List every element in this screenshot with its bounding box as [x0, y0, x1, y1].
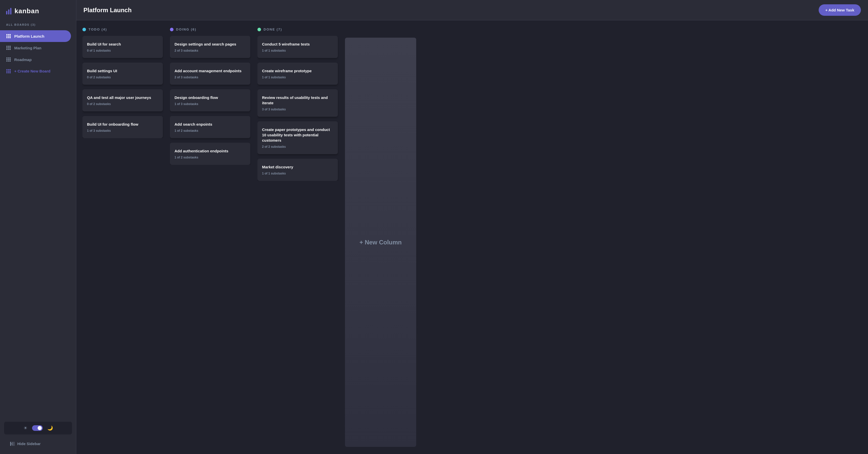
column-dot [257, 28, 261, 31]
boards-list: Platform Launch Marketing Plan Roadmap [0, 30, 76, 65]
card-title: Build UI for onboarding flow [87, 122, 158, 127]
card-subtasks: 1 of 3 substasks [175, 102, 246, 106]
card-title: Create paper prototypes and conduct 10 u… [262, 127, 333, 143]
add-new-task-button[interactable]: + Add New Task [819, 4, 861, 16]
logo-bar-1 [6, 11, 7, 14]
card-subtasks: 1 of 2 substasks [175, 156, 246, 159]
column-dot [170, 28, 174, 31]
sidebar-item-label: Marketing Plan [14, 46, 41, 50]
logo-icon [6, 8, 11, 14]
task-card[interactable]: Design settings and search pages 2 of 3 … [170, 36, 250, 58]
sun-icon: ☀ [23, 425, 28, 431]
column-doing: DOING (6) Design settings and search pag… [170, 28, 251, 447]
task-card[interactable]: Build settings UI 0 of 2 substasks [83, 63, 163, 85]
page-title: Platform Launch [84, 7, 131, 14]
task-card[interactable]: Build UI for onboarding flow 1 of 3 subs… [83, 116, 163, 138]
task-card[interactable]: Review results of usability tests and it… [257, 89, 338, 117]
column-header-doing: DOING (6) [170, 28, 251, 31]
card-title: Market discovery [262, 164, 333, 170]
card-subtasks: 2 of 3 substasks [175, 49, 246, 53]
column-dot [83, 28, 86, 31]
card-title: Review results of usability tests and it… [262, 95, 333, 105]
column-header-todo: TODO (4) [83, 28, 164, 31]
theme-toggle-switch[interactable] [32, 425, 43, 431]
column-title: TODO (4) [89, 28, 107, 31]
sidebar-item-marketing-plan[interactable]: Marketing Plan [0, 42, 71, 54]
task-card[interactable]: Conduct 5 wireframe tests 1 of 1 substas… [257, 36, 338, 58]
logo-bar-2 [8, 9, 9, 14]
board-area: TODO (4) Build UI for search 0 of 1 subs… [76, 20, 868, 454]
column-todo: TODO (4) Build UI for search 0 of 1 subs… [83, 28, 164, 447]
hide-sidebar-button[interactable]: Hide Sidebar [4, 439, 67, 449]
new-column-button[interactable]: + New Column [345, 38, 416, 447]
card-subtasks: 1 of 2 substasks [175, 129, 246, 132]
svg-rect-0 [10, 442, 11, 446]
card-title: Create wireframe prototype [262, 68, 333, 73]
logo-area: kanban [0, 0, 76, 23]
sidebar-item-label: Platform Launch [14, 34, 44, 38]
card-subtasks: 1 of 3 substasks [87, 129, 158, 132]
board-icon [6, 34, 11, 38]
task-card[interactable]: Build UI for search 0 of 1 substasks [83, 36, 163, 58]
task-card[interactable]: Design onboarding flow 1 of 3 substasks [170, 89, 250, 111]
card-subtasks: 2 of 2 substasks [262, 145, 333, 149]
sidebar: kanban ALL BOARDS (3) Platform Launch Ma… [0, 0, 76, 454]
card-title: Design onboarding flow [175, 95, 246, 100]
theme-toggle-row: ☀ 🌙 [4, 422, 72, 434]
cards-list-todo: Build UI for search 0 of 1 substasks Bui… [83, 36, 164, 138]
svg-rect-1 [11, 442, 15, 446]
task-card[interactable]: QA and test all major user journeys 0 of… [83, 89, 163, 111]
column-done: DONE (7) Conduct 5 wireframe tests 1 of … [257, 28, 339, 447]
card-title: Conduct 5 wireframe tests [262, 41, 333, 47]
card-subtasks: 0 of 1 substasks [87, 49, 158, 53]
card-subtasks: 1 of 1 substasks [262, 172, 333, 175]
card-subtasks: 2 of 3 substasks [175, 75, 246, 79]
task-card[interactable]: Market discovery 1 of 1 substasks [257, 159, 338, 181]
card-subtasks: 3 of 3 substasks [262, 107, 333, 111]
task-card[interactable]: Add authentication endpoints 1 of 2 subs… [170, 143, 250, 165]
cards-list-done: Conduct 5 wireframe tests 1 of 1 substas… [257, 36, 339, 181]
create-new-board-button[interactable]: + Create New Board [0, 65, 71, 77]
new-column-label: + New Column [360, 239, 402, 246]
card-subtasks: 1 of 1 substasks [262, 75, 333, 79]
create-board-label: + Create New Board [14, 69, 50, 73]
sidebar-bottom: ☀ 🌙 Hide Sidebar [0, 417, 76, 454]
sidebar-item-label: Roadmap [14, 58, 32, 62]
sidebar-item-platform-launch[interactable]: Platform Launch [0, 30, 71, 42]
card-title: QA and test all major user journeys [87, 95, 158, 100]
card-subtasks: 0 of 2 substasks [87, 102, 158, 106]
task-card[interactable]: Create paper prototypes and conduct 10 u… [257, 121, 338, 154]
cards-list-doing: Design settings and search pages 2 of 3 … [170, 36, 251, 165]
all-boards-label: ALL BOARDS (3) [0, 23, 76, 30]
card-subtasks: 0 of 2 substasks [87, 75, 158, 79]
card-title: Add authentication endpoints [175, 148, 246, 154]
moon-icon: 🌙 [47, 425, 53, 431]
column-title: DOING (6) [176, 28, 196, 31]
hide-sidebar-icon [10, 442, 15, 446]
board-icon [6, 57, 11, 62]
task-card[interactable]: Add account management endpoints 2 of 3 … [170, 63, 250, 85]
header: Platform Launch + Add New Task [76, 0, 868, 20]
logo-bar-3 [10, 8, 11, 14]
card-title: Add search enpoints [175, 122, 246, 127]
sidebar-item-roadmap[interactable]: Roadmap [0, 54, 71, 65]
card-title: Build settings UI [87, 68, 158, 73]
toggle-knob [38, 426, 42, 430]
app-name: kanban [14, 7, 39, 15]
card-subtasks: 1 of 1 substasks [262, 49, 333, 53]
card-title: Build UI for search [87, 41, 158, 47]
column-title: DONE (7) [264, 28, 282, 31]
board-icon [6, 45, 11, 50]
main-area: Platform Launch + Add New Task TODO (4) … [76, 0, 868, 454]
create-board-icon [6, 69, 11, 73]
hide-sidebar-label: Hide Sidebar [17, 442, 41, 446]
column-header-done: DONE (7) [257, 28, 339, 31]
card-title: Design settings and search pages [175, 41, 246, 47]
task-card[interactable]: Create wireframe prototype 1 of 1 substa… [257, 63, 338, 85]
task-card[interactable]: Add search enpoints 1 of 2 substasks [170, 116, 250, 138]
card-title: Add account management endpoints [175, 68, 246, 73]
